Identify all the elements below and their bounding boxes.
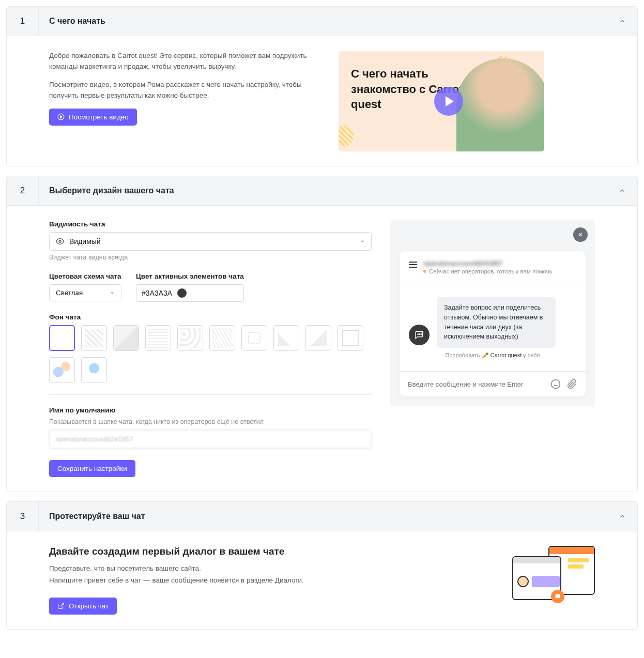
scheme-select[interactable]: Светлая bbox=[49, 284, 121, 301]
section-number: 2 bbox=[7, 176, 39, 205]
visibility-select[interactable]: Видимый bbox=[49, 232, 372, 251]
video-thumbnail[interactable]: С чего начать знакомство с Carrot quest bbox=[339, 51, 544, 151]
chat-widget: оperatoraccount8241857 Сейчас нет операт… bbox=[400, 251, 586, 396]
play-icon bbox=[434, 87, 463, 116]
chat-preview-panel: оperatoraccount8241857 Сейчас нет операт… bbox=[390, 220, 595, 406]
open-chat-button[interactable]: Открыть чат bbox=[49, 598, 117, 615]
bg-option[interactable] bbox=[177, 325, 203, 351]
section-number: 3 bbox=[7, 502, 39, 531]
section-title: Выберите дизайн вашего чата bbox=[39, 186, 607, 195]
bg-option[interactable] bbox=[113, 325, 139, 351]
bg-option-none[interactable] bbox=[49, 325, 75, 351]
chat-bubble-icon bbox=[551, 590, 564, 603]
watch-video-label: Посмотреть видео bbox=[69, 113, 129, 121]
svg-point-2 bbox=[59, 240, 61, 242]
visibility-value: Видимый bbox=[69, 237, 101, 246]
section-2: 2 Выберите дизайн вашего чата Видимость … bbox=[6, 176, 638, 492]
chat-powered-by[interactable]: Попробовать 🥕 Carrot quest у себя bbox=[409, 348, 576, 365]
save-settings-button[interactable]: Сохранить настройки bbox=[49, 460, 135, 477]
section-3: 3 Протестируйте ваш чат Давайте создадим… bbox=[6, 501, 638, 630]
section-title: Протестируйте ваш чат bbox=[39, 512, 607, 521]
watch-video-button[interactable]: Посмотреть видео bbox=[49, 109, 137, 126]
status-dot-icon bbox=[423, 270, 426, 273]
intro-paragraph-2: Посмотрите видео, в котором Рома расскаж… bbox=[49, 80, 318, 101]
chevron-down-icon bbox=[360, 239, 365, 244]
default-name-label: Имя по умолчанию bbox=[49, 406, 372, 414]
svg-point-9 bbox=[421, 334, 422, 335]
svg-marker-1 bbox=[60, 116, 63, 118]
chevron-up-icon bbox=[607, 187, 637, 194]
status-text: Сейчас нет операторов, готовых вам помоч… bbox=[429, 268, 553, 274]
section-1-header[interactable]: 1 С чего начать bbox=[7, 7, 637, 36]
bg-option[interactable] bbox=[305, 325, 331, 351]
default-name-input[interactable] bbox=[49, 430, 372, 449]
svg-point-8 bbox=[419, 334, 420, 335]
chat-message-input[interactable] bbox=[408, 380, 544, 388]
emoji-icon[interactable] bbox=[550, 379, 561, 389]
bg-option[interactable] bbox=[241, 325, 267, 351]
close-preview-button[interactable] bbox=[573, 227, 588, 242]
chat-avatar-icon bbox=[409, 325, 430, 345]
scheme-value: Светлая bbox=[56, 289, 83, 297]
svg-point-10 bbox=[551, 380, 560, 389]
chat-title-blurred: оperatoraccount8241857 bbox=[423, 259, 553, 267]
bg-option[interactable] bbox=[81, 357, 107, 383]
scheme-label: Цветовая схема чата bbox=[49, 272, 121, 280]
bg-option[interactable] bbox=[49, 357, 75, 383]
svg-line-13 bbox=[60, 603, 64, 606]
section-3-header[interactable]: 3 Протестируйте ваш чат bbox=[7, 502, 637, 531]
section-number: 1 bbox=[7, 7, 39, 36]
divider bbox=[49, 394, 372, 395]
close-icon bbox=[577, 232, 584, 238]
color-picker[interactable]: #3A3A3A bbox=[136, 284, 244, 302]
external-link-icon bbox=[57, 602, 65, 609]
illustration bbox=[512, 546, 595, 608]
svg-marker-4 bbox=[111, 292, 114, 294]
bg-option[interactable] bbox=[273, 325, 299, 351]
section-1: 1 С чего начать Добро пожаловать в Carro… bbox=[6, 6, 638, 166]
decoration-icon bbox=[339, 126, 354, 146]
menu-icon[interactable] bbox=[409, 262, 417, 268]
color-swatch-icon bbox=[177, 288, 187, 298]
bg-option[interactable] bbox=[209, 325, 235, 351]
play-circle-icon bbox=[57, 113, 65, 120]
s3-paragraph-1: Представьте, что вы посетитель вашего са… bbox=[49, 563, 492, 574]
intro-paragraph-1: Добро пожаловать в Carrot quest! Это сер… bbox=[49, 51, 318, 72]
chevron-up-icon bbox=[607, 513, 637, 520]
bg-option[interactable] bbox=[145, 325, 171, 351]
svg-point-7 bbox=[418, 334, 419, 335]
chevron-up-icon bbox=[607, 18, 637, 25]
section-2-header[interactable]: 2 Выберите дизайн вашего чата bbox=[7, 176, 637, 206]
person-image bbox=[456, 58, 544, 151]
attachment-icon[interactable] bbox=[567, 379, 577, 389]
bg-option[interactable] bbox=[81, 325, 107, 351]
chat-status: Сейчас нет операторов, готовых вам помоч… bbox=[423, 268, 553, 274]
chat-message-bubble: Задайте вопрос или поделитесь отзывом. О… bbox=[437, 297, 556, 348]
active-color-label: Цвет активных элементов чата bbox=[136, 272, 244, 280]
s3-paragraph-2: Напишите привет себе в чат — ваше сообще… bbox=[49, 575, 492, 586]
visibility-hint: Виджет чата видно всегда bbox=[49, 254, 372, 261]
section-title: С чего начать bbox=[39, 17, 607, 26]
bg-option[interactable] bbox=[338, 325, 363, 351]
svg-marker-3 bbox=[361, 241, 364, 242]
open-chat-label: Открыть чат bbox=[69, 602, 109, 610]
bg-label: Фон чата bbox=[49, 313, 372, 321]
s3-heading: Давайте создадим первый диалог в вашем ч… bbox=[49, 546, 492, 557]
color-value: #3A3A3A bbox=[142, 289, 172, 297]
save-settings-label: Сохранить настройки bbox=[57, 465, 127, 472]
default-name-hint: Показывается в шапке чата, когда никто и… bbox=[49, 418, 372, 425]
eye-icon bbox=[56, 237, 64, 246]
chevron-down-icon bbox=[110, 290, 115, 296]
visibility-label: Видимость чата bbox=[49, 220, 372, 228]
